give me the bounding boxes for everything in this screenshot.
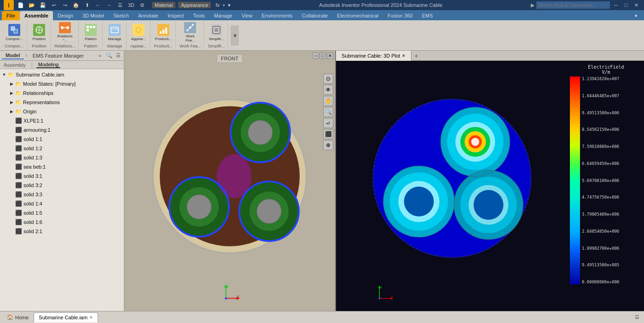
search-input[interactable] <box>536 1 610 9</box>
bottom-tab-submarine[interactable]: Submarine Cable.iam ✕ <box>34 312 98 323</box>
new-button[interactable]: 📄 <box>17 1 25 9</box>
bottom-tab-menu-button[interactable]: ☰ <box>632 314 642 320</box>
folder-icon-origin: 📁 <box>15 109 22 115</box>
tab-inspect[interactable]: Inspect <box>163 11 188 20</box>
simplify-button[interactable]: Simplifi... <box>208 22 225 42</box>
panel-menu-button[interactable]: ☰ <box>115 52 122 59</box>
projection-button[interactable]: ⬛ <box>323 129 333 139</box>
component-label: Compon... <box>6 37 23 41</box>
svg-point-6 <box>66 26 69 29</box>
tab-fusion360[interactable]: Fusion 360 <box>383 11 417 20</box>
home-button[interactable]: 🏠 <box>72 1 80 9</box>
tab-assemble[interactable]: Assemble <box>20 11 53 20</box>
ribbon-overflow[interactable]: ▾ <box>231 21 239 49</box>
save-button[interactable]: 💾 <box>39 1 47 9</box>
tab-sketch[interactable]: Sketch <box>109 11 133 20</box>
tab-view[interactable]: View <box>237 11 257 20</box>
3d-button[interactable]: 3D <box>127 1 135 9</box>
tab-file[interactable]: File <box>2 11 20 20</box>
maximize-window-button[interactable]: □ <box>622 1 630 9</box>
redo-button[interactable]: ↪ <box>61 1 69 9</box>
tree-item-solid14[interactable]: ⬛ solid 1:4 <box>0 199 124 208</box>
cb-label-3: 8.54562150e+006 <box>582 127 642 132</box>
rotate-button[interactable]: ⤾ <box>323 118 333 128</box>
orbit-button[interactable]: ⊙ <box>323 74 333 84</box>
panel-search-button[interactable]: 🔍 <box>105 52 113 59</box>
forward-button[interactable]: → <box>105 1 113 9</box>
subtab-assembly[interactable]: Assembly <box>2 62 28 68</box>
tree-item-solid33[interactable]: ⬛ solid 3:3 <box>0 190 124 199</box>
tree-item-solid11[interactable]: ⬛ solid 1:1 <box>0 135 124 144</box>
tree-item-xlpe1[interactable]: ⬛ XLPE1:1 <box>0 116 124 125</box>
expand-icon-root: ▼ <box>2 72 6 77</box>
back-button[interactable]: ← <box>94 1 102 9</box>
relations-button[interactable]: Relations "... <box>57 22 73 42</box>
tab-expand-icon[interactable]: ▾ <box>630 11 642 20</box>
tab-collaborate[interactable]: Collaborate <box>297 11 332 20</box>
position-button[interactable]: Position <box>31 22 47 42</box>
pan-button[interactable]: ✋ <box>323 96 333 106</box>
manage-button[interactable]: Manage <box>106 22 123 42</box>
tab-environments[interactable]: Environments <box>257 11 297 20</box>
subtab-modeling[interactable]: Modeling <box>36 62 61 68</box>
tree-item-solid32[interactable]: ⬛ solid 3:2 <box>0 181 124 190</box>
tree-item-origin[interactable]: ▶ 📁 Origin <box>0 107 124 116</box>
look-at-button[interactable]: 👁 <box>323 85 333 95</box>
right-ems-viewport[interactable]: Submarine Cable: 3D Plot ✕ + <box>336 51 644 311</box>
settings-button[interactable]: ⚙ <box>138 1 146 9</box>
left-3d-viewport[interactable]: FRONT ─ □ ✕ <box>124 51 336 311</box>
panel-add-button[interactable]: + <box>96 52 104 59</box>
bottom-tab-home[interactable]: 🏠 Home <box>2 312 34 323</box>
tree-item-solid31[interactable]: ⬛ solid 3:1 <box>0 171 124 181</box>
tree-item-armouring[interactable]: ⬛ armouring:1 <box>0 125 124 135</box>
tab-electromech[interactable]: Electromechanical <box>332 11 383 20</box>
close-window-button[interactable]: ✕ <box>632 1 640 9</box>
appearance-button[interactable]: Appear... <box>130 22 147 42</box>
arrow-icon: ▶ <box>531 2 534 8</box>
ems-tab-add-button[interactable]: + <box>412 52 421 59</box>
select-button[interactable]: ⬆ <box>83 1 91 9</box>
tree-item-root[interactable]: ▼ 📁 Submarine Cable.iam <box>0 70 124 79</box>
material-dropdown[interactable]: Material <box>152 2 175 8</box>
minimize-window-button[interactable]: ─ <box>612 1 620 9</box>
tree-item-representations[interactable]: ▶ 📁 Representations <box>0 98 124 107</box>
tree-item-solid12[interactable]: ⬛ solid 1:2 <box>0 144 124 153</box>
tree-item-seabeb[interactable]: ⬛ sea beb:1 <box>0 162 124 171</box>
plus-button[interactable]: + <box>222 2 225 8</box>
zoom-button[interactable]: 🔍 <box>323 107 333 117</box>
vp-close-button[interactable]: ✕ <box>327 53 333 59</box>
tree-item-solid21[interactable]: ⬛ solid 2:1 <box>0 227 124 236</box>
open-button[interactable]: 📂 <box>28 1 36 9</box>
tab-annotate[interactable]: Annotate <box>133 11 163 20</box>
submarine-tab-close-button[interactable]: ✕ <box>89 315 93 320</box>
tab-manage[interactable]: Manage <box>209 11 237 20</box>
misc-button1[interactable]: ☰ <box>116 1 124 9</box>
ems-tab-3dplot[interactable]: Submarine Cable: 3D Plot ✕ <box>336 51 412 61</box>
ems-tab-close-button[interactable]: ✕ <box>402 53 406 58</box>
tree-item-relationships[interactable]: ▶ 📁 Relationships <box>0 88 124 98</box>
tab-design[interactable]: Design <box>53 11 78 20</box>
workfeat-button[interactable]: Work Fea... <box>182 22 198 42</box>
svg-text:Y: Y <box>226 284 229 288</box>
vp-minimize-button[interactable]: ─ <box>312 53 319 59</box>
productivity-button[interactable]: Producti... <box>155 22 172 42</box>
component-button[interactable]: Compon... <box>6 22 23 42</box>
tab-3dmodel[interactable]: 3D Model <box>78 11 109 20</box>
tree-item-solid15[interactable]: ⬛ solid 1:5 <box>0 208 124 217</box>
vp-settings-button[interactable]: ⊕ <box>323 140 333 150</box>
tab-tools[interactable]: Tools <box>188 11 209 20</box>
vp-restore-button[interactable]: □ <box>319 53 326 59</box>
pattern-button[interactable]: Pattern <box>82 22 99 42</box>
appearance-dropdown[interactable]: Appearance <box>178 2 211 8</box>
svg-rect-24 <box>215 28 218 32</box>
tree-item-solid13[interactable]: ⬛ solid 1:3 <box>0 153 124 162</box>
undo-button[interactable]: ↩ <box>50 1 58 9</box>
panel-tab-ems[interactable]: EMS Feature Manager <box>29 53 87 59</box>
tree-item-solid16[interactable]: ⬛ solid 1:6 <box>0 217 124 227</box>
tab-ems[interactable]: EMS <box>417 11 437 20</box>
tree-item-modelstates[interactable]: ▶ 📁 Model States: [Primary] <box>0 79 124 88</box>
left-panel: Model × EMS Feature Manager + 🔍 ☰ Assemb… <box>0 51 124 311</box>
svg-text:X: X <box>237 294 239 299</box>
fx-button[interactable]: fx <box>215 2 220 8</box>
panel-tab-model[interactable]: Model <box>2 52 24 59</box>
